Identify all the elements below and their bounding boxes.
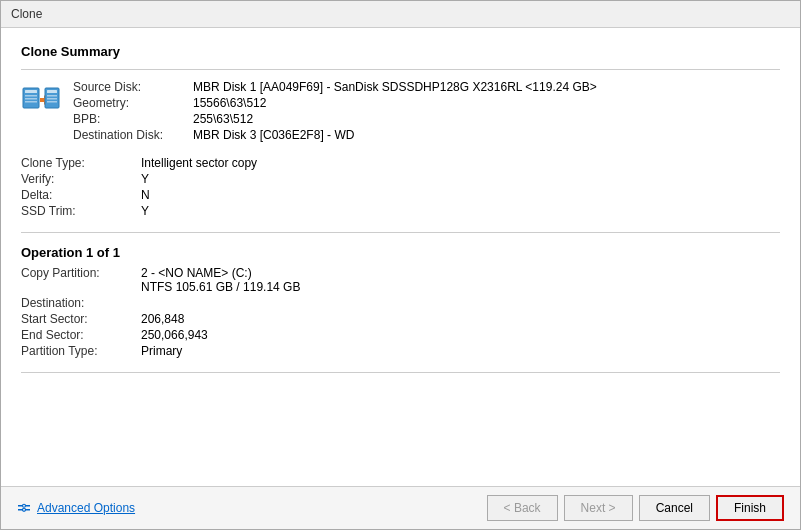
footer-right: < Back Next > Cancel Finish: [487, 495, 784, 521]
svg-rect-4: [25, 101, 37, 103]
finish-button[interactable]: Finish: [716, 495, 784, 521]
source-disk-value: MBR Disk 1 [AA049F69] - SanDisk SDSSDHP1…: [193, 80, 780, 94]
svg-rect-11: [18, 509, 22, 511]
svg-rect-9: [47, 101, 57, 103]
svg-rect-7: [47, 95, 57, 97]
bpb-value: 255\63\512: [193, 112, 780, 126]
advanced-options-link[interactable]: Advanced Options: [37, 501, 135, 515]
verify-label: Verify:: [21, 172, 141, 186]
copy-partition-label: Copy Partition:: [21, 266, 141, 294]
svg-rect-2: [25, 95, 37, 97]
start-sector-label: Start Sector:: [21, 312, 141, 326]
clone-type-table: Clone Type: Intelligent sector copy Veri…: [21, 156, 780, 218]
clone-type-label: Clone Type:: [21, 156, 141, 170]
svg-point-13: [23, 508, 26, 511]
delta-label: Delta:: [21, 188, 141, 202]
footer: Advanced Options < Back Next > Cancel Fi…: [1, 486, 800, 529]
end-sector-label: End Sector:: [21, 328, 141, 342]
svg-rect-1: [25, 90, 37, 93]
next-button[interactable]: Next >: [564, 495, 633, 521]
end-sector-value: 250,066,943: [141, 328, 780, 342]
svg-rect-6: [47, 90, 57, 93]
operation-heading: Operation 1 of 1: [21, 245, 780, 260]
verify-value: Y: [141, 172, 780, 186]
footer-left: Advanced Options: [17, 501, 135, 515]
destination-op-label: Destination:: [21, 296, 141, 310]
window-title: Clone: [11, 7, 42, 21]
svg-rect-15: [26, 509, 30, 511]
geometry-label: Geometry:: [73, 96, 193, 110]
svg-rect-14: [26, 505, 30, 507]
disk-icon: [21, 80, 61, 120]
svg-rect-8: [47, 98, 57, 100]
clone-window: Clone Clone Summary: [0, 0, 801, 530]
copy-partition-sub: NTFS 105.61 GB / 119.14 GB: [141, 280, 780, 294]
operation-table: Copy Partition: 2 - <NO NAME> (C:) NTFS …: [21, 266, 780, 358]
start-sector-value: 206,848: [141, 312, 780, 326]
clone-summary-header: Source Disk: MBR Disk 1 [AA049F69] - San…: [21, 80, 780, 150]
copy-partition-value-block: 2 - <NO NAME> (C:) NTFS 105.61 GB / 119.…: [141, 266, 780, 294]
cancel-button[interactable]: Cancel: [639, 495, 710, 521]
clone-type-value: Intelligent sector copy: [141, 156, 780, 170]
title-bar: Clone: [1, 1, 800, 28]
svg-rect-3: [25, 98, 37, 100]
ssd-trim-label: SSD Trim:: [21, 204, 141, 218]
svg-point-12: [23, 504, 26, 507]
back-button[interactable]: < Back: [487, 495, 558, 521]
geometry-value: 15566\63\512: [193, 96, 780, 110]
divider-3: [21, 372, 780, 373]
partition-type-value: Primary: [141, 344, 780, 358]
advanced-options-icon: [17, 501, 31, 515]
destination-disk-label: Destination Disk:: [73, 128, 193, 142]
clone-summary-heading: Clone Summary: [21, 44, 780, 59]
content-area: Clone Summary: [1, 28, 800, 486]
delta-value: N: [141, 188, 780, 202]
copy-partition-value: 2 - <NO NAME> (C:): [141, 266, 780, 280]
divider-2: [21, 232, 780, 233]
source-disk-label: Source Disk:: [73, 80, 193, 94]
ssd-trim-value: Y: [141, 204, 780, 218]
destination-op-value: [141, 296, 780, 310]
bpb-label: BPB:: [73, 112, 193, 126]
svg-rect-10: [18, 505, 22, 507]
destination-disk-value: MBR Disk 3 [C036E2F8] - WD: [193, 128, 780, 142]
summary-details: Source Disk: MBR Disk 1 [AA049F69] - San…: [73, 80, 780, 150]
divider-1: [21, 69, 780, 70]
partition-type-label: Partition Type:: [21, 344, 141, 358]
disk-info-table: Source Disk: MBR Disk 1 [AA049F69] - San…: [73, 80, 780, 142]
